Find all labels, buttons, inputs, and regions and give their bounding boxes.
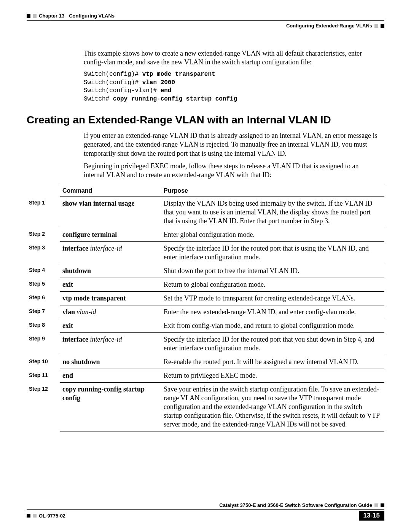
cli-command: copy running-config startup config <box>113 96 237 102</box>
page: Chapter 13 Configuring VLANs Configuring… <box>0 0 411 532</box>
purpose-cell: Set the VTP mode to transparent for crea… <box>161 291 384 305</box>
command-bold: interface <box>62 244 88 252</box>
steps-table: Command Purpose Step 1show vlan internal… <box>27 185 384 432</box>
table-row: Step 11endReturn to privileged EXEC mode… <box>27 369 384 383</box>
square-icon <box>374 24 378 28</box>
command-bold: exit <box>62 322 73 329</box>
table-row: Step 6vtp mode transparentSet the VTP mo… <box>27 291 384 305</box>
purpose-cell: Return to privileged EXEC mode. <box>161 369 384 383</box>
command-cell: interface interface-id <box>60 332 161 355</box>
step-label: Step 8 <box>27 319 60 332</box>
purpose-cell: Re-enable the routed port. It will be as… <box>161 355 384 369</box>
table-row: Step 4shutdownShut down the port to free… <box>27 264 384 278</box>
cli-command: end <box>161 87 172 94</box>
cli-prompt: Switch(config)# <box>84 79 142 86</box>
table-row: Step 7vlan vlan-idEnter the new extended… <box>27 305 384 319</box>
table-header-purpose: Purpose <box>161 185 384 197</box>
table-row: Step 12copy running-config startup confi… <box>27 383 384 431</box>
purpose-cell: Specify the interface ID for the routed … <box>161 332 384 355</box>
running-header-right: Configuring Extended-Range VLANs <box>27 23 384 29</box>
cli-command: vlan 2000 <box>142 79 175 86</box>
step-label: Step 12 <box>27 383 60 431</box>
command-cell: interface interface-id <box>60 241 161 264</box>
cli-prompt: Switch# <box>84 96 113 102</box>
command-bold: vtp mode transparent <box>62 294 126 302</box>
cli-command: vtp mode transparent <box>142 71 215 78</box>
command-arg: interface-id <box>88 335 122 343</box>
command-bold: vlan <box>62 308 75 316</box>
command-bold: end <box>62 372 73 379</box>
purpose-cell: Shut down the port to free the internal … <box>161 264 384 278</box>
purpose-cell: Enter global configuration mode. <box>161 228 384 241</box>
section-title-right: Configuring Extended-Range VLANs <box>286 23 372 29</box>
table-row: Step 2configure terminalEnter global con… <box>27 228 384 241</box>
step-label: Step 3 <box>27 241 60 264</box>
step-label: Step 4 <box>27 264 60 278</box>
step-label: Step 9 <box>27 332 60 355</box>
step-label: Step 11 <box>27 369 60 383</box>
command-arg: interface-id <box>88 244 122 252</box>
footer-bottom-row: OL-9775-02 13-15 <box>27 511 384 521</box>
command-bold: copy running-config startup config <box>62 385 145 402</box>
running-header-left: Chapter 13 Configuring VLANs <box>27 13 384 19</box>
table-header-command: Command <box>60 185 161 197</box>
command-arg: vlan-id <box>75 308 96 316</box>
section-body: If you enter an extended-range VLAN ID t… <box>84 131 381 179</box>
footer-guide-title: Catalyst 3750-E and 3560-E Switch Softwa… <box>219 502 372 508</box>
step-label: Step 5 <box>27 278 60 291</box>
step-label: Step 7 <box>27 305 60 319</box>
command-cell: vlan vlan-id <box>60 305 161 319</box>
command-bold: configure terminal <box>62 231 117 238</box>
section-paragraph-1: If you enter an extended-range VLAN ID t… <box>84 131 381 158</box>
purpose-cell: Specify the interface ID for the routed … <box>161 241 384 264</box>
square-icon <box>27 14 30 18</box>
step-label: Step 1 <box>27 197 60 228</box>
header-rule <box>27 20 384 21</box>
footer-doc-id: OL-9775-02 <box>39 513 65 519</box>
table-row: Step 9interface interface-idSpecify the … <box>27 332 384 355</box>
step-label: Step 10 <box>27 355 60 369</box>
square-icon <box>33 514 37 518</box>
square-icon <box>381 24 384 28</box>
purpose-cell: Display the VLAN IDs being used internal… <box>161 197 384 228</box>
purpose-cell: Enter the new extended-range VLAN ID, an… <box>161 305 384 319</box>
table-row: Step 1show vlan internal usageDisplay th… <box>27 197 384 228</box>
command-cell: no shutdown <box>60 355 161 369</box>
cli-example: Switch(config)# vtp mode transparent Swi… <box>84 70 381 103</box>
table-header-step <box>27 185 60 197</box>
table-row: Step 10no shutdownRe-enable the routed p… <box>27 355 384 369</box>
command-cell: end <box>60 369 161 383</box>
command-cell: shutdown <box>60 264 161 278</box>
command-bold: no shutdown <box>62 358 100 366</box>
command-bold: exit <box>62 281 73 288</box>
intro-block: This example shows how to create a new e… <box>84 49 381 103</box>
cli-prompt: Switch(config)# <box>84 71 142 78</box>
command-bold: interface <box>62 335 88 343</box>
footer-doc-id-block: OL-9775-02 <box>27 513 65 519</box>
command-cell: show vlan internal usage <box>60 197 161 228</box>
command-bold: show vlan internal usage <box>62 200 135 207</box>
purpose-cell: Save your entries in the switch startup … <box>161 383 384 431</box>
square-icon <box>27 514 30 518</box>
table-row: Step 5exitReturn to global configuration… <box>27 278 384 291</box>
table-header-row: Command Purpose <box>27 185 384 197</box>
cli-prompt: Switch(config-vlan)# <box>84 87 161 94</box>
command-bold: shutdown <box>62 267 91 275</box>
page-number: 13-15 <box>359 511 384 521</box>
table-row: Step 3interface interface-idSpecify the … <box>27 241 384 264</box>
section-heading: Creating an Extended-Range VLAN with an … <box>27 114 384 126</box>
command-cell: exit <box>60 319 161 332</box>
command-cell: vtp mode transparent <box>60 291 161 305</box>
chapter-number: Chapter 13 <box>39 13 64 19</box>
square-icon <box>374 503 378 507</box>
footer-rule <box>27 509 384 510</box>
command-cell: copy running-config startup config <box>60 383 161 431</box>
intro-paragraph: This example shows how to create a new e… <box>84 49 381 67</box>
footer-guide-title-row: Catalyst 3750-E and 3560-E Switch Softwa… <box>27 502 384 508</box>
square-icon <box>381 503 384 507</box>
command-cell: configure terminal <box>60 228 161 241</box>
section-paragraph-2: Beginning in privileged EXEC mode, follo… <box>84 162 381 179</box>
step-label: Step 2 <box>27 228 60 241</box>
step-label: Step 6 <box>27 291 60 305</box>
page-footer: Catalyst 3750-E and 3560-E Switch Softwa… <box>27 502 384 521</box>
